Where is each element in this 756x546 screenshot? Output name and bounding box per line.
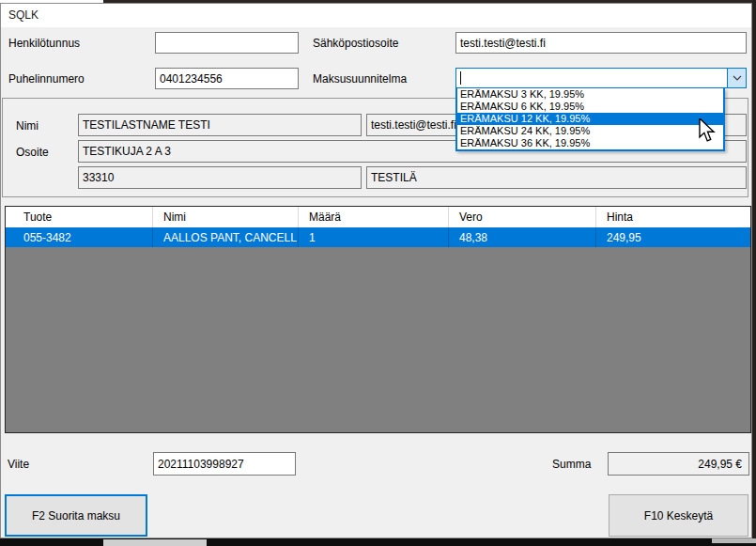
column-header-vero[interactable]: Vero xyxy=(449,207,596,227)
submit-payment-button[interactable]: F2 Suorita maksu xyxy=(5,494,147,537)
cell-tuote: 055-3482 xyxy=(6,227,153,247)
summa-label: Summa xyxy=(552,458,591,471)
puhelinnumero-label: Puhelinnumero xyxy=(8,72,85,86)
column-header-tuote[interactable]: Tuote xyxy=(6,207,153,227)
cell-hinta: 249,95 xyxy=(596,227,750,247)
column-header-hinta[interactable]: Hinta xyxy=(596,207,750,227)
background-right-strip xyxy=(752,0,756,539)
cancel-label: F10 Keskeytä xyxy=(644,509,713,523)
sahkoposti-input[interactable]: testi.testi@testi.fi xyxy=(455,32,747,54)
customer-postalcode-text: 33310 xyxy=(83,171,114,184)
dropdown-option[interactable]: ERÄMAKSU 24 KK, 19.95% xyxy=(457,125,723,137)
background-window-notch-right xyxy=(712,538,756,543)
mouse-cursor-icon xyxy=(698,118,716,143)
customer-city-field[interactable]: TESTILÄ xyxy=(366,166,747,189)
customer-postalcode-field[interactable]: 33310 xyxy=(78,166,362,189)
cell-maara: 1 xyxy=(299,227,449,247)
maksusuunnitelma-combobox[interactable] xyxy=(455,68,747,88)
customer-name-text: TESTILASTNAME TESTI xyxy=(83,118,210,132)
puhelinnumero-input[interactable]: 0401234556 xyxy=(155,68,299,89)
osoite-label: Osoite xyxy=(16,146,49,159)
cell-nimi: AALLOS PANT, CANCELL xyxy=(153,227,299,247)
cancel-button[interactable]: F10 Keskeytä xyxy=(609,494,748,537)
summa-field: 249,95 € xyxy=(608,452,749,476)
henkilotunnus-input[interactable] xyxy=(155,32,299,54)
background-window-notch-left xyxy=(103,539,207,546)
maksusuunnitelma-dropdown-list: ERÄMAKSU 3 KK, 19.95% ERÄMAKSU 6 KK, 19.… xyxy=(455,88,725,151)
maksusuunnitelma-label: Maksusuunnitelma xyxy=(313,72,407,86)
column-header-maara[interactable]: Määrä xyxy=(299,207,449,227)
viite-text: 20211103998927 xyxy=(158,458,244,471)
window-title: SQLK xyxy=(8,8,39,22)
chevron-down-icon xyxy=(733,75,742,81)
dropdown-option[interactable]: ERÄMAKSU 36 KK, 19.95% xyxy=(457,137,723,149)
henkilotunnus-label: Henkilötunnus xyxy=(8,37,80,50)
viite-field[interactable]: 20211103998927 xyxy=(153,452,296,476)
table-row-selected[interactable]: 055-3482 AALLOS PANT, CANCELL 1 48,38 24… xyxy=(6,227,750,247)
submit-payment-label: F2 Suorita maksu xyxy=(32,509,120,523)
puhelinnumero-text: 0401234556 xyxy=(160,72,223,86)
dropdown-option[interactable]: ERÄMAKSU 12 KK, 19.95% xyxy=(457,113,723,125)
dropdown-option[interactable]: ERÄMAKSU 6 KK, 19.95% xyxy=(457,101,723,113)
product-table: Tuote Nimi Määrä Vero Hinta 055-3482 AAL… xyxy=(5,206,751,433)
customer-email-text: testi.testi@testi.fi xyxy=(371,118,456,132)
sahkoposti-text: testi.testi@testi.fi xyxy=(460,37,546,50)
viite-label: Viite xyxy=(8,458,29,471)
table-header-row: Tuote Nimi Määrä Vero Hinta xyxy=(6,207,750,227)
text-caret xyxy=(460,71,461,85)
customer-name-field[interactable]: TESTILASTNAME TESTI xyxy=(78,114,362,136)
summa-text: 249,95 € xyxy=(698,458,742,471)
dropdown-option[interactable]: ERÄMAKSU 3 KK, 19.95% xyxy=(457,88,723,101)
screen: SQLK Henkilötunnus Sähköpostiosoite test… xyxy=(0,0,756,546)
customer-city-text: TESTILÄ xyxy=(371,171,417,184)
nimi-label: Nimi xyxy=(16,119,39,133)
combobox-dropdown-button[interactable] xyxy=(727,69,746,87)
cell-vero: 48,38 xyxy=(449,227,596,247)
customer-address-text: TESTIKUJA 2 A 3 xyxy=(83,145,171,158)
column-header-nimi[interactable]: Nimi xyxy=(153,207,299,227)
sahkoposti-label: Sähköpostiosoite xyxy=(313,37,398,50)
title-bar[interactable]: SQLK xyxy=(1,4,751,27)
